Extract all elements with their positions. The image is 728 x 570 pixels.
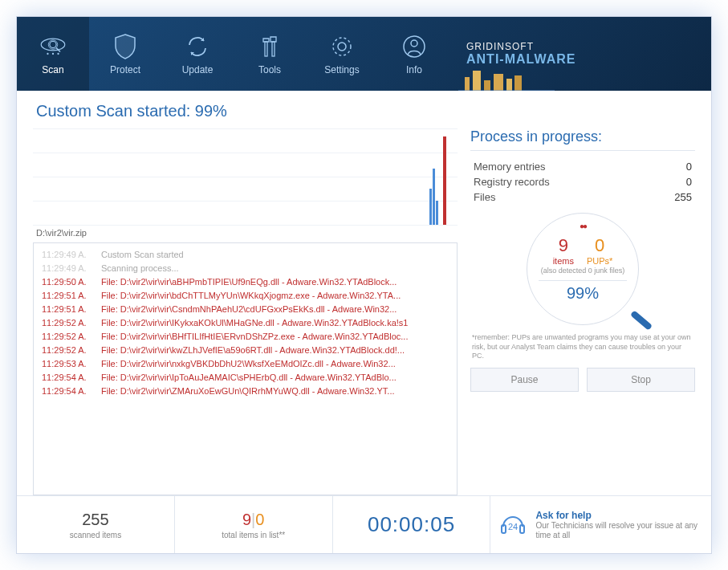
help-title: Ask for help <box>535 510 703 521</box>
progress-circle: ●● 9 items 0 PUPs* (also detected 0 ju <box>527 213 639 325</box>
tab-scan[interactable]: Scan <box>17 17 89 91</box>
stop-button[interactable]: Stop <box>587 368 695 392</box>
scan-log[interactable]: 11:29:49 A.Custom Scan started11:29:49 A… <box>33 242 458 495</box>
log-entry: 11:29:54 A.File: D:\vir2\vir\vir\IpToAuJ… <box>42 371 449 385</box>
activity-chart <box>33 128 458 225</box>
elapsed-time: 00:00:05 <box>368 512 455 537</box>
svg-rect-14 <box>473 71 481 91</box>
tab-tools-label: Tools <box>258 64 281 75</box>
magnifier-handle-icon <box>630 310 653 330</box>
right-column: Process in progress: Memory entries0 Reg… <box>470 128 695 495</box>
files-label: Files <box>474 191 495 203</box>
items-count: 9 <box>553 235 574 256</box>
files-value: 255 <box>660 191 692 203</box>
total-threats: 9 <box>242 511 251 528</box>
tools-icon <box>255 32 284 61</box>
log-entry: 11:29:50 A.File: D:\vir2\vir\vir\aBHPmbT… <box>42 275 449 289</box>
refresh-icon <box>183 32 212 61</box>
log-entry: 11:29:49 A.Custom Scan started <box>42 248 449 262</box>
current-file-path: D:\vir2\vir.zip <box>33 225 458 242</box>
log-entry: 11:29:52 A.File: D:\vir2\vir\vir\BHfTILI… <box>42 330 449 344</box>
svg-point-9 <box>338 43 346 51</box>
pause-button[interactable]: Pause <box>470 368 579 392</box>
memory-label: Memory entries <box>474 161 546 173</box>
chart-bar <box>429 189 432 225</box>
left-column: D:\vir2\vir.zip 11:29:49 A.Custom Scan s… <box>33 128 458 495</box>
pups-count: 0 <box>587 235 612 256</box>
registry-value: 0 <box>660 176 692 188</box>
skyline-icon <box>458 63 555 91</box>
tab-update[interactable]: Update <box>161 17 234 91</box>
svg-rect-13 <box>465 77 470 91</box>
tab-tools[interactable]: Tools <box>234 17 306 91</box>
registry-label: Registry records <box>474 176 550 188</box>
content-area: Custom Scan started: 99% <box>17 91 711 495</box>
footer-bar: 255 scanned items 9|0 total items in lis… <box>17 495 711 553</box>
chart-bar <box>433 169 435 225</box>
footer-help[interactable]: 24 Ask for help Our Technicians will res… <box>490 496 711 553</box>
svg-rect-8 <box>272 42 275 56</box>
progress-percent: 99% <box>567 284 599 303</box>
brand-name: GRIDINSOFT <box>466 41 534 52</box>
headset-icon: 24 <box>498 511 527 539</box>
scanned-count: 255 <box>82 511 108 529</box>
svg-rect-16 <box>494 74 503 91</box>
log-entry: 11:29:51 A.File: D:\vir2\vir\vir\CsndmNh… <box>42 303 449 316</box>
footer-scanned: 255 scanned items <box>17 496 175 553</box>
brand-area: GRIDINSOFT ANTI-MALWARE <box>450 17 711 91</box>
gear-icon <box>327 32 356 61</box>
help-subtitle: Our Technicians will resolve your issue … <box>535 521 703 540</box>
total-pups: 0 <box>255 511 264 528</box>
log-entry: 11:29:54 A.File: D:\vir2\vir\vir\ZMAruXo… <box>42 385 449 398</box>
junk-note: (also detected 0 junk files) <box>541 267 625 275</box>
svg-rect-17 <box>506 79 512 91</box>
svg-rect-18 <box>514 75 522 91</box>
tab-settings[interactable]: Settings <box>306 17 378 91</box>
scan-status-title: Custom Scan started: 99% <box>33 91 695 128</box>
log-entry: 11:29:49 A.Scanning process... <box>42 262 449 275</box>
scanned-label: scanned items <box>70 531 121 539</box>
svg-point-5 <box>52 53 54 55</box>
tab-protect[interactable]: Protect <box>89 17 161 91</box>
chart-bar <box>436 201 438 225</box>
svg-rect-7 <box>265 42 267 56</box>
progress-title: Process in progress: <box>470 128 695 151</box>
tab-info-label: Info <box>406 64 422 75</box>
svg-rect-15 <box>484 80 490 91</box>
chart-bar <box>443 136 446 225</box>
items-label: items <box>553 256 574 266</box>
pups-label: PUPs* <box>587 256 612 266</box>
total-label: total items in list** <box>222 531 285 539</box>
svg-point-0 <box>41 39 64 51</box>
tab-protect-label: Protect <box>110 64 140 75</box>
progress-stats: Memory entries0 Registry records0 Files2… <box>470 159 695 205</box>
svg-point-12 <box>411 40 417 47</box>
svg-point-10 <box>333 38 351 55</box>
scan-eye-icon <box>39 32 67 61</box>
tab-scan-label: Scan <box>42 64 63 75</box>
svg-text:24: 24 <box>508 522 518 531</box>
log-entry: 11:29:52 A.File: D:\vir2\vir\vir\kwZLhJV… <box>42 344 449 357</box>
tab-settings-label: Settings <box>324 64 359 75</box>
memory-value: 0 <box>660 161 692 173</box>
app-window: Scan Protect Update Tools Settings <box>16 16 712 554</box>
tab-update-label: Update <box>182 64 214 75</box>
header-toolbar: Scan Protect Update Tools Settings <box>17 17 711 91</box>
log-entry: 11:29:51 A.File: D:\vir2\vir\vir\bdChTTL… <box>42 289 449 303</box>
svg-point-4 <box>47 53 48 55</box>
svg-point-1 <box>50 41 56 47</box>
footer-totals: 9|0 total items in list** <box>175 496 333 553</box>
pup-disclaimer: *remember: PUPs are unwanted programs yo… <box>470 328 695 368</box>
log-entry: 11:29:53 A.File: D:\vir2\vir\vir\nxkgVBK… <box>42 357 449 371</box>
svg-point-6 <box>57 53 59 55</box>
footer-elapsed: 00:00:05 <box>333 496 491 553</box>
user-icon <box>400 32 429 61</box>
shield-icon <box>111 32 140 61</box>
circle-dots-icon: ●● <box>580 222 586 230</box>
log-entry: 11:29:52 A.File: D:\vir2\vir\vir\IKykxaK… <box>42 316 449 330</box>
tab-info[interactable]: Info <box>378 17 450 91</box>
